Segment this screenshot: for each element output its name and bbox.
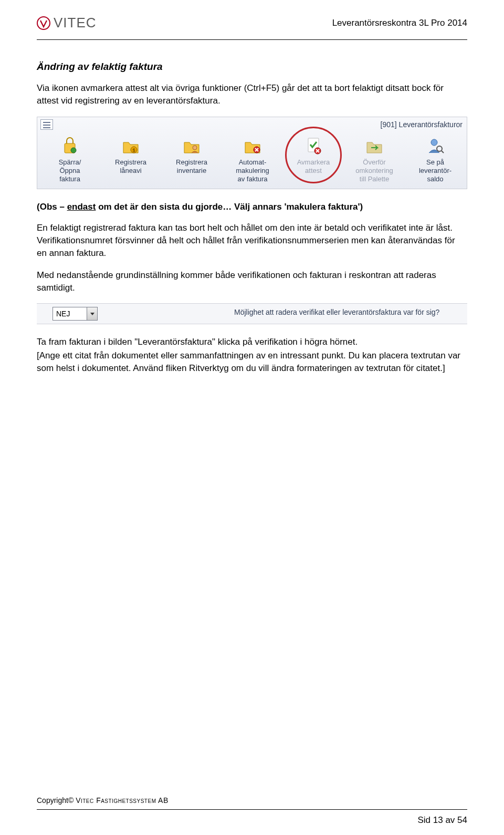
svg-text:$: $ xyxy=(132,148,135,153)
paragraph-intro: Via ikonen avmarkera attest alt via övri… xyxy=(37,82,467,107)
doc-title: Leverantörsreskontra 3L Pro 2014 xyxy=(332,15,467,28)
setting-value: NEJ xyxy=(56,310,70,318)
list-menu-icon[interactable] xyxy=(40,119,53,130)
toolbar-btn-saldo[interactable]: Se påleverantör-saldo xyxy=(405,134,466,184)
toolbar-label: Registreralåneavi xyxy=(100,158,161,176)
svg-point-5 xyxy=(193,146,197,150)
toolbar-label: Se påleverantör-saldo xyxy=(405,158,466,184)
brand-name: VITEC xyxy=(54,15,97,31)
section-heading: Ändring av felaktig faktura xyxy=(37,61,467,73)
toolbar-label: Automat-makuleringav faktura xyxy=(222,158,283,184)
folder-user-icon xyxy=(179,135,204,156)
svg-point-9 xyxy=(431,139,437,146)
paragraph-placeholder-quote: [Ange ett citat från dokumentet eller sa… xyxy=(37,349,467,375)
svg-point-10 xyxy=(437,146,442,151)
toolbar-btn-avmarkera-attest[interactable]: Avmarkeraattest xyxy=(283,134,344,176)
toolbar-label: Spärra/Öppnafaktura xyxy=(39,158,100,184)
toolbar-btn-laneavi[interactable]: $ Registreralåneavi xyxy=(100,134,161,176)
window-title: [901] Leverantörsfakturor xyxy=(381,120,463,129)
toolbar-label: Överföromkonteringtill Palette xyxy=(344,158,405,184)
toolbar-screenshot: [901] Leverantörsfakturor Spärra/Öppnafa… xyxy=(37,117,467,190)
toolbar-label: Registrerainventarie xyxy=(161,158,222,176)
folder-money-icon: $ xyxy=(118,135,143,156)
unmark-attest-icon xyxy=(301,135,326,156)
header-rule xyxy=(37,39,467,40)
toolbar-btn-overfor[interactable]: Överföromkonteringtill Palette xyxy=(344,134,405,184)
toolbar-btn-inventarie[interactable]: Registrerainventarie xyxy=(161,134,222,176)
chevron-down-icon[interactable] xyxy=(87,307,97,320)
transfer-icon xyxy=(362,135,387,156)
page-number: Sid 13 av 54 xyxy=(417,815,467,826)
logo-mark-icon xyxy=(37,16,50,30)
paragraph-setting-intro: Med nedanstående grundinställning kommer… xyxy=(37,269,467,294)
toolbar-label: Avmarkeraattest xyxy=(283,158,344,176)
footer-rule xyxy=(37,809,467,810)
toolbar-btn-sparra[interactable]: Spärra/Öppnafaktura xyxy=(39,134,100,184)
paragraph-explain: En felaktigt registrerad faktura kan tas… xyxy=(37,222,467,259)
svg-line-11 xyxy=(442,151,444,153)
toolbar-btn-automak[interactable]: Automat-makuleringav faktura xyxy=(222,134,283,184)
page-header: VITEC Leverantörsreskontra 3L Pro 2014 xyxy=(37,15,467,36)
setting-label: Möjlighet att radera verifikat eller lev… xyxy=(98,306,467,318)
lock-icon xyxy=(57,135,82,156)
svg-point-2 xyxy=(71,148,76,153)
copyright: Copyright© Vitec Fastighetssystem AB xyxy=(37,796,169,805)
setting-dropdown[interactable]: NEJ xyxy=(52,307,98,321)
person-search-icon xyxy=(423,135,448,156)
obs-note: (Obs – endast om det är den sista du gjo… xyxy=(37,202,467,212)
paragraph-instruction: Ta fram fakturan i bilden "Leverantörsfa… xyxy=(37,336,467,348)
setting-screenshot: NEJ Möjlighet att radera verifikat eller… xyxy=(37,303,467,324)
folder-delete-icon xyxy=(240,135,265,156)
brand-logo: VITEC xyxy=(37,15,97,31)
